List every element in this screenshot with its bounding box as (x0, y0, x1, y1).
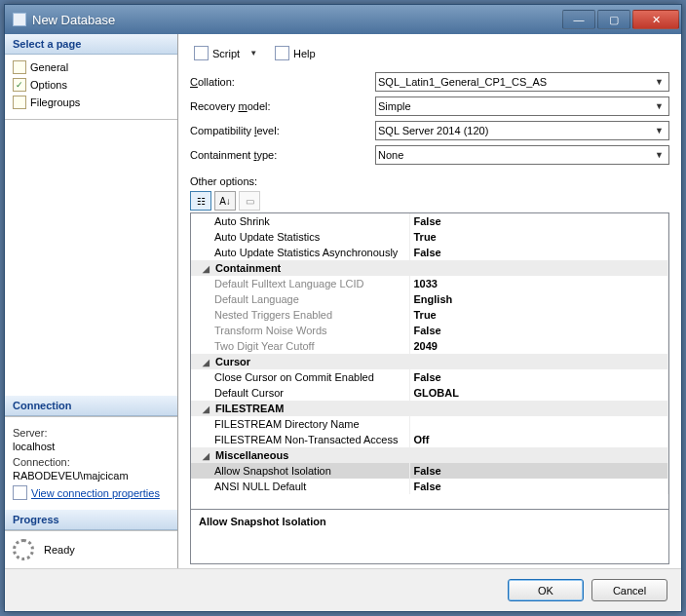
collation-select[interactable]: SQL_Latin1_General_CP1_CS_AS▼ (375, 72, 669, 92)
prop-name[interactable]: Auto Shrink (191, 213, 409, 229)
property-row[interactable]: Allow Snapshot IsolationFalse (191, 463, 668, 479)
page-filegroups[interactable]: Filegroups (9, 94, 173, 111)
ok-button[interactable]: OK (508, 579, 584, 601)
property-row[interactable]: ANSI NULL DefaultFalse (191, 479, 668, 494)
prop-value[interactable]: False (409, 213, 668, 229)
prop-value[interactable]: 1033 (409, 276, 668, 291)
page-general[interactable]: General (9, 58, 173, 76)
category-miscellaneous[interactable]: ◢ Miscellaneous (191, 447, 668, 463)
prop-name[interactable]: Close Cursor on Commit Enabled (191, 369, 409, 385)
toolbar: Script ▼ Help (190, 44, 669, 62)
cancel-button[interactable]: Cancel (591, 579, 667, 601)
button-bar: OK Cancel (5, 568, 681, 611)
select-page-header: Select a page (5, 34, 177, 55)
prop-name[interactable]: Default Cursor (191, 385, 409, 401)
compat-label: Compatibility level: (190, 125, 375, 136)
connection-label: Connection: (13, 456, 170, 468)
minimize-button[interactable]: — (562, 10, 595, 29)
maximize-button[interactable]: ▢ (597, 10, 630, 29)
prop-value[interactable]: English (409, 291, 668, 307)
prop-name[interactable]: FILESTREAM Non-Transacted Access (191, 432, 409, 447)
chevron-down-icon: ▼ (652, 126, 667, 135)
property-row[interactable]: ◢ FILESTREAM (191, 401, 668, 416)
prop-name[interactable]: Default Language (191, 291, 409, 307)
prop-name[interactable]: Auto Update Statistics (191, 229, 409, 245)
prop-value[interactable]: GLOBAL (409, 385, 668, 401)
property-row[interactable]: Default LanguageEnglish (191, 291, 668, 307)
chevron-down-icon: ▼ (652, 101, 667, 111)
alphabetical-button[interactable]: A↓ (214, 191, 236, 211)
containment-label: Containment type: (190, 149, 375, 161)
prop-name[interactable]: Allow Snapshot Isolation (191, 463, 409, 479)
prop-value[interactable]: True (409, 307, 668, 323)
category-filestream[interactable]: ◢ FILESTREAM (191, 401, 668, 416)
property-row[interactable]: Default CursorGLOBAL (191, 385, 668, 401)
prop-name[interactable]: ANSI NULL Default (191, 479, 409, 494)
connection-properties-icon (13, 485, 27, 500)
connection-header: Connection (5, 396, 177, 416)
view-connection-properties-link[interactable]: View connection properties (13, 485, 160, 500)
prop-value[interactable]: 2049 (409, 338, 668, 354)
prop-name[interactable]: Nested Triggers Enabled (191, 307, 409, 323)
prop-name[interactable]: Transform Noise Words (191, 323, 409, 338)
script-button[interactable]: Script (190, 44, 244, 62)
page-list: General Options Filegroups (5, 55, 177, 120)
prop-value[interactable]: False (409, 463, 668, 479)
connection-value: RABODEVEU\majcicam (13, 470, 170, 481)
prop-value[interactable]: Off (409, 432, 668, 447)
prop-value[interactable]: False (409, 323, 668, 338)
page-icon (13, 60, 26, 74)
right-pane: Script ▼ Help Collation: SQL_Latin1_Gene… (178, 34, 681, 568)
property-row[interactable]: Two Digit Year Cutoff2049 (191, 338, 668, 354)
prop-value[interactable]: False (409, 245, 668, 260)
prop-name[interactable]: Auto Update Statistics Asynchronously (191, 245, 409, 260)
prop-value[interactable]: False (409, 479, 668, 494)
prop-value[interactable]: False (409, 369, 668, 385)
property-row[interactable]: FILESTREAM Non-Transacted AccessOff (191, 432, 668, 447)
prop-name[interactable]: Two Digit Year Cutoff (191, 338, 409, 354)
chevron-down-icon: ▼ (652, 77, 667, 87)
left-pane: Select a page General Options Filegroups… (5, 34, 178, 568)
progress-block: Ready (5, 530, 177, 568)
property-pages-button[interactable]: ▭ (239, 191, 260, 211)
compat-select[interactable]: SQL Server 2014 (120)▼ (375, 121, 669, 140)
category-containment[interactable]: ◢ Containment (191, 260, 668, 276)
property-row[interactable]: Close Cursor on Commit EnabledFalse (191, 369, 668, 385)
progress-spinner-icon (13, 539, 34, 560)
prop-name[interactable]: Default Fulltext Language LCID (191, 276, 409, 291)
categorized-button[interactable]: ☷ (190, 191, 211, 211)
titlebar[interactable]: New Database — ▢ ✕ (5, 5, 681, 34)
property-row[interactable]: ◢ Cursor (191, 354, 668, 369)
help-button[interactable]: Help (271, 44, 320, 62)
property-row[interactable]: Auto Update StatisticsTrue (191, 229, 668, 245)
prop-name[interactable]: FILESTREAM Directory Name (191, 416, 409, 432)
script-dropdown[interactable]: ▼ (248, 49, 259, 58)
property-row[interactable]: ◢ Containment (191, 260, 668, 276)
property-row[interactable]: Auto Update Statistics AsynchronouslyFal… (191, 245, 668, 260)
recovery-select[interactable]: Simple▼ (375, 96, 669, 116)
category-cursor[interactable]: ◢ Cursor (191, 354, 668, 369)
connection-block: Server: localhost Connection: RABODEVEU\… (5, 416, 177, 510)
property-row[interactable]: Nested Triggers EnabledTrue (191, 307, 668, 323)
property-grid-body[interactable]: Auto ShrinkFalseAuto Update StatisticsTr… (191, 213, 668, 509)
database-icon (13, 13, 26, 26)
help-icon (275, 46, 289, 60)
property-row[interactable]: Transform Noise WordsFalse (191, 323, 668, 338)
recovery-label: Recovery model: (190, 100, 375, 112)
property-row[interactable]: Auto ShrinkFalse (191, 213, 668, 229)
property-row[interactable]: FILESTREAM Directory Name (191, 416, 668, 432)
containment-select[interactable]: None▼ (375, 145, 669, 165)
progress-header: Progress (5, 510, 177, 530)
dialog-body: Select a page General Options Filegroups… (5, 34, 681, 568)
prop-value[interactable] (409, 416, 668, 432)
collation-label: Collation: (190, 76, 375, 88)
window-title: New Database (32, 13, 562, 27)
dialog-window: New Database — ▢ ✕ Select a page General… (4, 4, 682, 612)
server-value: localhost (13, 441, 170, 452)
close-button[interactable]: ✕ (632, 10, 679, 29)
prop-value[interactable]: True (409, 229, 668, 245)
property-row[interactable]: ◢ Miscellaneous (191, 447, 668, 463)
page-options[interactable]: Options (9, 76, 173, 94)
property-row[interactable]: Default Fulltext Language LCID1033 (191, 276, 668, 291)
progress-text: Ready (44, 544, 75, 556)
